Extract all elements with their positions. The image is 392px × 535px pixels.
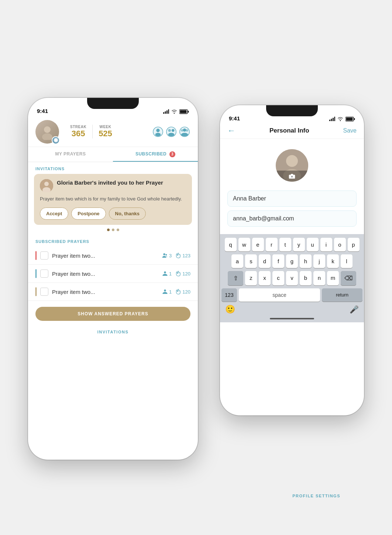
- emoji-key[interactable]: 🙂: [225, 305, 235, 314]
- invitations-label: INVITATIONS: [28, 162, 198, 174]
- people-icon: [162, 253, 168, 258]
- profile-photo-circle[interactable]: [276, 149, 308, 182]
- key-u[interactable]: u: [307, 238, 319, 251]
- key-f[interactable]: f: [272, 254, 284, 268]
- prayer-check-2[interactable]: [40, 270, 48, 278]
- prayer-item-1[interactable]: Prayer item two... 3 123: [28, 247, 198, 265]
- svg-point-26: [164, 271, 166, 273]
- svg-rect-1: [165, 112, 166, 114]
- week-stat: WEEK 525: [93, 125, 118, 138]
- key-j[interactable]: j: [313, 254, 325, 268]
- carousel-dots: [28, 225, 198, 235]
- prayer-meta-2: 1 120: [162, 271, 190, 277]
- invitation-card: Gloria Barber's invited you to her Praye…: [34, 174, 192, 225]
- svg-point-22: [44, 182, 49, 186]
- user-avatar-wrap[interactable]: [35, 120, 59, 144]
- key-a[interactable]: a: [231, 254, 243, 268]
- tab-my-prayers[interactable]: MY PRAYERS: [28, 147, 113, 162]
- gear-badge[interactable]: [52, 136, 60, 144]
- key-w[interactable]: w: [238, 238, 250, 251]
- hands-icon-3: [175, 289, 181, 295]
- kb-row-1: q w e r t y u i o p: [221, 238, 362, 251]
- show-answered-button[interactable]: SHOW ANSWERED PRAYERS: [35, 307, 190, 321]
- hands-count-2: 120: [175, 271, 190, 277]
- key-p[interactable]: p: [348, 238, 360, 251]
- keyboard[interactable]: q w e r t y u i o p a s d f g h j k l ⇧ …: [220, 234, 364, 322]
- notch-left: [87, 98, 139, 109]
- key-o[interactable]: o: [334, 238, 346, 251]
- badge-2: [165, 126, 177, 138]
- svg-point-18: [183, 128, 186, 131]
- svg-rect-28: [329, 120, 330, 121]
- space-key[interactable]: space: [239, 288, 320, 302]
- key-m[interactable]: m: [327, 271, 339, 285]
- tab-subscribed[interactable]: SUBSCRIBED 3: [113, 147, 198, 162]
- key-e[interactable]: e: [252, 238, 264, 251]
- key-g[interactable]: g: [286, 254, 298, 268]
- hands-count-3: 120: [175, 289, 190, 295]
- dot-2[interactable]: [112, 229, 114, 231]
- key-x[interactable]: x: [259, 271, 271, 285]
- key-s[interactable]: s: [245, 254, 257, 268]
- prayer-check-3[interactable]: [40, 288, 48, 296]
- svg-rect-34: [354, 118, 355, 120]
- back-button[interactable]: ←: [227, 126, 235, 136]
- mic-key[interactable]: 🎤: [350, 305, 359, 314]
- profile-section: STREAK 365 WEEK 525: [28, 116, 198, 147]
- svg-point-14: [172, 129, 175, 132]
- inv-title: Gloria Barber's invited you to her Praye…: [57, 179, 163, 186]
- wifi-icon: [171, 109, 177, 114]
- svg-point-7: [44, 126, 51, 133]
- key-n[interactable]: n: [313, 271, 325, 285]
- delete-key[interactable]: ⌫: [341, 271, 356, 285]
- camera-overlay: [276, 171, 308, 182]
- nums-key[interactable]: 123: [221, 288, 237, 302]
- prayer-text-2: Prayer item two...: [52, 271, 158, 277]
- kb-row-4: 123 space return: [221, 288, 362, 302]
- badges-section: [148, 126, 190, 138]
- key-d[interactable]: d: [259, 254, 271, 268]
- email-field[interactable]: [227, 210, 357, 227]
- inv-body: Prayer item two which is for my family t…: [40, 195, 186, 203]
- key-v[interactable]: v: [286, 271, 298, 285]
- save-button[interactable]: Save: [343, 127, 357, 134]
- signal-icon: [163, 109, 169, 114]
- prayer-item-3[interactable]: Prayer item two... 1 120: [28, 283, 198, 301]
- key-y[interactable]: y: [293, 238, 305, 251]
- dot-1[interactable]: [107, 229, 110, 231]
- kb-row-2: a s d f g h j k l: [221, 254, 362, 268]
- key-h[interactable]: h: [300, 254, 312, 268]
- key-l[interactable]: l: [341, 254, 353, 268]
- inv-avatar: [40, 179, 53, 192]
- stats-section: STREAK 365 WEEK 525: [64, 125, 143, 138]
- shift-key[interactable]: ⇧: [228, 271, 243, 285]
- key-q[interactable]: q: [225, 238, 237, 251]
- prayer-text-3: Prayer item two...: [52, 289, 158, 295]
- bottom-label-left: INVITATIONS: [28, 327, 198, 337]
- key-t[interactable]: t: [279, 238, 291, 251]
- svg-point-25: [165, 254, 167, 256]
- name-field[interactable]: [227, 191, 357, 207]
- home-bar: [270, 318, 314, 319]
- postpone-button[interactable]: Postpone: [71, 208, 106, 220]
- svg-point-17: [181, 129, 183, 131]
- dot-3[interactable]: [117, 229, 119, 231]
- wifi-icon-r: [337, 117, 343, 121]
- svg-point-13: [168, 129, 171, 132]
- key-b[interactable]: b: [300, 271, 312, 285]
- profile-photo-area[interactable]: [220, 139, 364, 191]
- key-k[interactable]: k: [327, 254, 339, 268]
- key-z[interactable]: z: [245, 271, 257, 285]
- right-phone: 9:41 ← Personal Info Save: [220, 105, 364, 415]
- svg-rect-5: [180, 110, 187, 113]
- prayer-check-1[interactable]: [40, 251, 48, 260]
- gear-icon: [54, 138, 58, 143]
- subscribed-badge: 3: [169, 151, 175, 157]
- accept-button[interactable]: Accept: [40, 208, 68, 220]
- key-i[interactable]: i: [320, 238, 332, 251]
- no-thanks-button[interactable]: No, thanks: [109, 208, 146, 220]
- return-key[interactable]: return: [322, 288, 362, 302]
- key-c[interactable]: c: [272, 271, 284, 285]
- key-r[interactable]: r: [266, 238, 278, 251]
- prayer-item-2[interactable]: Prayer item two... 1 120: [28, 265, 198, 283]
